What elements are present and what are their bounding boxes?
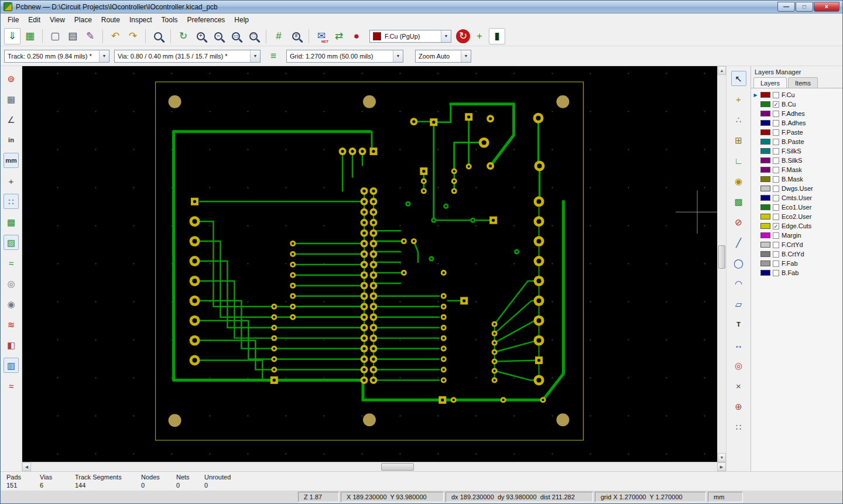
- zoom-select[interactable]: Zoom Auto: [415, 50, 471, 63]
- scroll-down-icon[interactable]: [718, 453, 726, 462]
- zoom-fit-button[interactable]: ▭: [228, 28, 244, 44]
- zone-hide-button[interactable]: ≈: [4, 255, 19, 270]
- chevron-down-icon[interactable]: [250, 50, 260, 62]
- tab-items[interactable]: Items: [788, 77, 818, 88]
- track-width-select[interactable]: Track: 0.250 mm (9.84 mils) *: [4, 50, 109, 63]
- add-via-button[interactable]: ◉: [731, 173, 746, 188]
- chevron-down-icon[interactable]: [393, 50, 403, 62]
- scroll-left-icon[interactable]: [22, 462, 31, 471]
- horizontal-scrollbar[interactable]: [22, 462, 726, 471]
- polar-coords-button[interactable]: ∠: [4, 112, 19, 127]
- chevron-down-icon[interactable]: [461, 50, 471, 62]
- layer-color-swatch[interactable]: [760, 120, 770, 126]
- menu-place[interactable]: Place: [70, 14, 97, 26]
- update-footprints-button[interactable]: +: [471, 28, 488, 44]
- layer-color-swatch[interactable]: [760, 195, 770, 201]
- layer-row-cmts-user[interactable]: Cmts.User: [751, 193, 842, 203]
- layer-row-margin[interactable]: Margin: [751, 231, 842, 240]
- layer-row-f-silks[interactable]: F.SilkS: [751, 146, 842, 156]
- units-inch-button[interactable]: in: [4, 132, 19, 148]
- menu-view[interactable]: View: [45, 14, 70, 26]
- layer-visibility-checkbox[interactable]: [773, 129, 779, 136]
- layer-visibility-checkbox[interactable]: [773, 214, 779, 220]
- footprint-editor-button[interactable]: #: [270, 28, 287, 44]
- layer-color-swatch[interactable]: [760, 92, 770, 98]
- board-setup-button[interactable]: ▦: [22, 28, 38, 44]
- scroll-right-icon[interactable]: [717, 462, 726, 471]
- layer-visibility-checkbox[interactable]: [773, 251, 779, 258]
- microwave-toolbar-button[interactable]: ≈: [4, 378, 19, 393]
- high-contrast-button[interactable]: ◧: [4, 337, 19, 352]
- vertical-scroll-track[interactable]: [718, 75, 726, 453]
- layer-color-swatch[interactable]: [760, 101, 770, 107]
- vias-sketch-button[interactable]: ◉: [4, 296, 19, 311]
- add-zone-button[interactable]: ▩: [731, 194, 746, 209]
- cursor-shape-button[interactable]: +: [4, 173, 19, 188]
- redraw-view-button[interactable]: ↻: [175, 28, 191, 44]
- page-settings-button[interactable]: ▢: [47, 28, 63, 44]
- maximize-button[interactable]: □: [796, 2, 813, 12]
- auto-track-width-icon[interactable]: ≡: [265, 48, 282, 64]
- layer-visibility-checkbox[interactable]: [773, 167, 779, 173]
- via-size-select[interactable]: Via: 0.80 / 0.40 mm (31.5 / 15.7 mils) *: [114, 50, 261, 63]
- layer-visibility-checkbox[interactable]: [773, 242, 779, 248]
- find-button[interactable]: [150, 28, 166, 44]
- layer-color-swatch[interactable]: [760, 157, 770, 163]
- layer-visibility-checkbox[interactable]: [773, 176, 779, 183]
- layer-visibility-checkbox[interactable]: ✓: [773, 223, 779, 229]
- title-bar[interactable]: Pcbnew — D:\Circuit Projects\IOcontrolle…: [1, 1, 842, 13]
- zone-outline-button[interactable]: ▨: [4, 235, 19, 250]
- layer-row-eco2-user[interactable]: Eco2.User: [751, 212, 842, 221]
- add-footprint-button[interactable]: ⊞: [731, 132, 746, 148]
- add-target-button[interactable]: ◎: [731, 358, 746, 373]
- highlight-net-button[interactable]: +: [731, 91, 746, 107]
- layer-visibility-checkbox[interactable]: [773, 92, 779, 98]
- chevron-down-icon[interactable]: [99, 50, 109, 62]
- horizontal-scroll-track[interactable]: [31, 462, 717, 471]
- layer-row-f-paste[interactable]: F.Paste: [751, 128, 842, 137]
- add-circle-button[interactable]: ◯: [731, 255, 746, 270]
- layer-row-b-mask[interactable]: B.Mask: [751, 174, 842, 184]
- update-pcb-button[interactable]: ⇄: [331, 28, 347, 44]
- vertical-scroll-thumb[interactable]: [718, 245, 725, 269]
- layer-row-f-adhes[interactable]: F.Adhes: [751, 109, 842, 118]
- layer-color-swatch[interactable]: [760, 129, 770, 135]
- layer-color-swatch[interactable]: [760, 260, 770, 266]
- footprint-viewer-button[interactable]: #: [288, 28, 304, 44]
- add-dimension-button[interactable]: ↔: [731, 337, 746, 352]
- layer-row-b-cu[interactable]: ✓B.Cu: [751, 100, 842, 109]
- menu-route[interactable]: Route: [97, 14, 125, 26]
- drc-toggle-button[interactable]: ⊚: [4, 71, 19, 86]
- layer-color-swatch[interactable]: [760, 176, 770, 182]
- delete-tool-button[interactable]: ×: [731, 378, 746, 393]
- layer-visibility-checkbox[interactable]: [773, 260, 779, 267]
- grid-toggle-button[interactable]: ▦: [4, 91, 19, 107]
- print-button[interactable]: ▤: [64, 28, 81, 44]
- add-line-button[interactable]: ╱: [731, 235, 746, 250]
- layer-color-swatch[interactable]: [760, 204, 770, 210]
- tab-layers[interactable]: Layers: [753, 77, 787, 88]
- close-button[interactable]: ×: [814, 2, 839, 12]
- layer-visibility-checkbox[interactable]: [773, 120, 779, 126]
- layer-visibility-checkbox[interactable]: [773, 204, 779, 211]
- add-arc-button[interactable]: ◠: [731, 276, 746, 291]
- menu-inspect[interactable]: Inspect: [125, 14, 157, 26]
- menu-help[interactable]: Help: [229, 14, 253, 26]
- pcb-canvas[interactable]: [22, 66, 717, 462]
- menu-tools[interactable]: Tools: [157, 14, 183, 26]
- layer-color-swatch[interactable]: [760, 270, 770, 276]
- drc-button[interactable]: ●: [348, 28, 365, 44]
- drill-origin-button[interactable]: ⊕: [731, 399, 746, 414]
- ratsnest-toggle-button[interactable]: ∷: [4, 194, 19, 209]
- zone-fill-button[interactable]: ▩: [4, 214, 19, 229]
- layer-row-eco1-user[interactable]: Eco1.User: [751, 203, 842, 212]
- undo-button[interactable]: ↶: [107, 28, 124, 44]
- scripting-console-button[interactable]: ▮: [489, 28, 505, 44]
- layer-row-b-adhes[interactable]: B.Adhes: [751, 118, 842, 128]
- layer-row-f-fab[interactable]: F.Fab: [751, 259, 842, 268]
- add-text-button[interactable]: T: [731, 317, 746, 332]
- layer-row-b-silks[interactable]: B.SilkS: [751, 156, 842, 165]
- read-netlist-button[interactable]: ✉NET: [313, 28, 330, 44]
- layer-visibility-checkbox[interactable]: [773, 148, 779, 155]
- layer-color-swatch[interactable]: [760, 242, 770, 248]
